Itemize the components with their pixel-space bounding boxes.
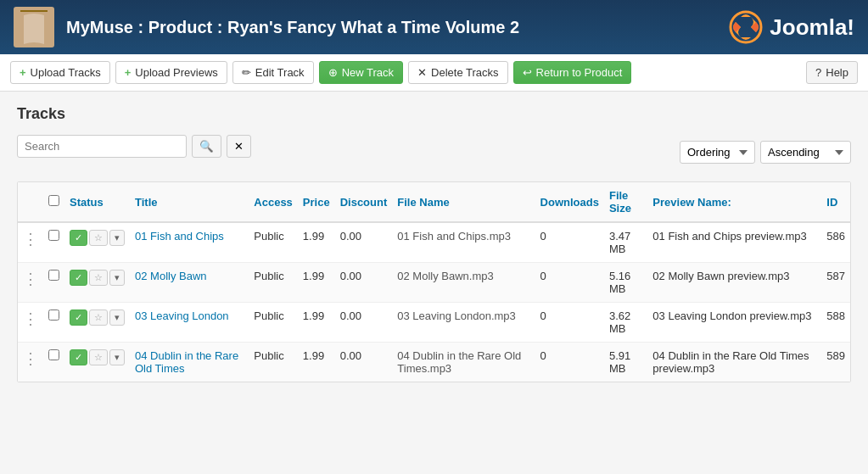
col-status[interactable]: Status [64, 182, 130, 222]
row-checkbox[interactable] [48, 270, 59, 281]
status-star-button[interactable]: ☆ [89, 309, 108, 326]
title-cell: 02 Molly Bawn [130, 263, 249, 303]
tracks-tbody: ⋮ ✓ ☆ ▾ 01 Fish and Chips Public 1.99 0.… [18, 222, 850, 382]
id-cell: 588 [821, 303, 850, 343]
upload-tracks-button[interactable]: + Upload Tracks [10, 61, 110, 84]
filesize-col-label: FileSize [609, 189, 631, 215]
filesize-cell: 5.91 MB [604, 343, 647, 382]
price-cell: 1.99 [298, 343, 335, 382]
svg-rect-1 [20, 10, 48, 12]
row-checkbox-cell[interactable] [43, 343, 64, 382]
upload-previews-label: Upload Previews [135, 66, 218, 79]
access-col-label: Access [254, 196, 293, 209]
new-track-button[interactable]: ⊕ New Track [319, 61, 403, 84]
status-publish-button[interactable]: ✓ [70, 309, 87, 326]
col-id[interactable]: ID [821, 182, 850, 222]
filename-cell: 01 Fish and Chips.mp3 [392, 222, 535, 263]
search-icon: 🔍 [199, 140, 214, 153]
row-checkbox[interactable] [48, 309, 59, 321]
pencil-icon: ✏ [242, 66, 251, 79]
status-publish-button[interactable]: ✓ [70, 349, 87, 365]
access-cell: Public [249, 222, 298, 263]
return-icon: ↩ [523, 66, 532, 79]
new-track-label: New Track [342, 66, 394, 79]
discount-cell: 0.00 [335, 222, 393, 263]
clear-search-button[interactable]: ✕ [227, 135, 251, 158]
status-buttons: ✓ ☆ ▾ [70, 309, 125, 326]
status-cell: ✓ ☆ ▾ [64, 343, 130, 382]
filter-row: 🔍 ✕ Ordering Title Access Price ID Ascen… [17, 135, 851, 170]
filesize-cell: 5.16 MB [604, 263, 647, 303]
table-row: ⋮ ✓ ☆ ▾ 01 Fish and Chips Public 1.99 0.… [18, 222, 850, 263]
id-cell: 586 [821, 222, 850, 263]
title-cell: 04 Dublin in the Rare Old Times [130, 343, 249, 382]
col-downloads[interactable]: Downloads [535, 182, 604, 222]
help-button[interactable]: ? Help [806, 61, 858, 84]
table-row: ⋮ ✓ ☆ ▾ 03 Leaving London Public 1.99 0.… [18, 303, 850, 343]
delete-tracks-button[interactable]: ✕ Delete Tracks [408, 61, 507, 84]
filename-cell: 02 Molly Bawn.mp3 [392, 263, 535, 303]
plus-circle-icon: ⊕ [328, 66, 338, 79]
status-buttons: ✓ ☆ ▾ [70, 270, 125, 286]
main-content: Tracks 🔍 ✕ Ordering Title Access Price I… [0, 92, 868, 396]
col-filename[interactable]: File Name [392, 182, 535, 222]
row-checkbox[interactable] [48, 230, 59, 241]
plus-icon: + [20, 66, 26, 79]
search-input[interactable] [17, 135, 187, 158]
drag-cell[interactable]: ⋮ [18, 222, 43, 263]
filename-col-label: File Name [397, 196, 449, 209]
col-discount[interactable]: Discount [335, 182, 393, 222]
upload-previews-button[interactable]: + Upload Previews [115, 61, 227, 84]
tracks-table-wrap: Status Title Access Price Discount [17, 181, 851, 382]
status-dropdown-button[interactable]: ▾ [109, 230, 125, 246]
direction-select[interactable]: Ascending Descending [760, 141, 851, 164]
ordering-area: Ordering Title Access Price ID Ascending… [680, 141, 851, 164]
status-dropdown-button[interactable]: ▾ [109, 309, 125, 326]
filename-cell: 03 Leaving London.mp3 [392, 303, 535, 343]
track-title-link[interactable]: 03 Leaving London [135, 309, 229, 322]
drag-cell[interactable]: ⋮ [18, 263, 43, 303]
plus-icon-2: + [125, 66, 132, 79]
col-access[interactable]: Access [249, 182, 298, 222]
preview-col-label: Preview Name: [652, 196, 731, 209]
status-publish-button[interactable]: ✓ [70, 270, 87, 286]
access-cell: Public [249, 303, 298, 343]
edit-track-button[interactable]: ✏ Edit Track [232, 61, 314, 84]
status-cell: ✓ ☆ ▾ [64, 303, 130, 343]
return-to-product-button[interactable]: ↩ Return to Product [513, 61, 632, 84]
status-dropdown-button[interactable]: ▾ [109, 270, 125, 286]
price-col-label: Price [303, 196, 330, 209]
price-cell: 1.99 [298, 303, 335, 343]
clear-icon: ✕ [234, 140, 244, 153]
status-star-button[interactable]: ☆ [89, 230, 108, 246]
ordering-select[interactable]: Ordering Title Access Price ID [680, 141, 755, 164]
help-label: Help [826, 66, 848, 79]
status-dropdown-button[interactable]: ▾ [109, 349, 125, 365]
row-checkbox-cell[interactable] [43, 303, 64, 343]
drag-cell[interactable]: ⋮ [18, 303, 43, 343]
section-title: Tracks [17, 105, 851, 123]
status-cell: ✓ ☆ ▾ [64, 263, 130, 303]
col-preview: Preview Name: [647, 182, 821, 222]
price-cell: 1.99 [298, 263, 335, 303]
status-buttons: ✓ ☆ ▾ [70, 349, 125, 365]
search-button[interactable]: 🔍 [192, 135, 221, 158]
col-price[interactable]: Price [298, 182, 335, 222]
track-title-link[interactable]: 04 Dublin in the Rare Old Times [135, 349, 238, 375]
drag-cell[interactable]: ⋮ [18, 343, 43, 382]
row-checkbox-cell[interactable] [43, 222, 64, 263]
downloads-col-label: Downloads [540, 196, 599, 209]
status-star-button[interactable]: ☆ [89, 270, 108, 286]
access-cell: Public [249, 343, 298, 382]
row-checkbox[interactable] [48, 349, 59, 360]
track-title-link[interactable]: 02 Molly Bawn [135, 270, 207, 282]
discount-cell: 0.00 [335, 263, 393, 303]
track-title-link[interactable]: 01 Fish and Chips [135, 230, 224, 243]
col-title[interactable]: Title [130, 182, 249, 222]
filename-cell: 04 Dublin in the Rare Old Times.mp3 [392, 343, 535, 382]
status-star-button[interactable]: ☆ [89, 349, 108, 365]
discount-cell: 0.00 [335, 303, 393, 343]
row-checkbox-cell[interactable] [43, 263, 64, 303]
status-publish-button[interactable]: ✓ [70, 230, 87, 246]
select-all-checkbox[interactable] [48, 195, 59, 206]
